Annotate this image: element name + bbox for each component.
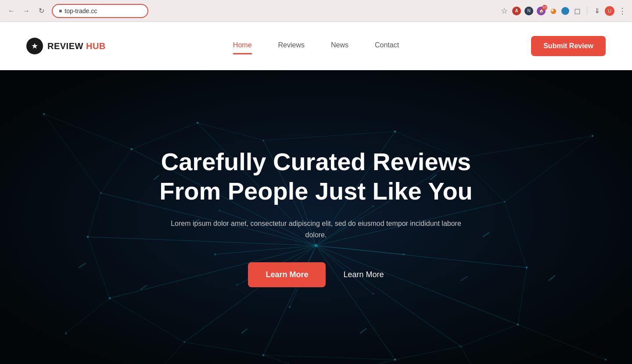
svg-point-42 — [394, 131, 396, 132]
address-bar[interactable]: ■ top-trade.cc — [52, 4, 148, 18]
browser-toolbar: ☆ A N 🏠 10 ◕ ◻ ⇓ U ⋮ — [500, 6, 627, 16]
svg-point-41 — [263, 140, 264, 141]
extension-icon-6[interactable]: ◻ — [573, 7, 582, 15]
svg-point-72 — [65, 332, 67, 334]
learn-more-secondary-button[interactable]: Learn More — [343, 270, 384, 279]
nav-news[interactable]: News — [331, 41, 348, 51]
svg-point-70 — [605, 359, 607, 360]
nav-links: Home Reviews News Contact — [233, 41, 399, 51]
logo-hub: HUB — [83, 41, 106, 51]
logo-icon: ★ — [26, 38, 43, 54]
logo-review: REVIEW — [47, 41, 83, 51]
hero-content: Carefully Curated Reviews From People Ju… — [72, 147, 560, 288]
download-icon[interactable]: ⇓ — [592, 7, 601, 15]
nav-home[interactable]: Home — [233, 41, 252, 51]
address-bar-icon: ■ — [59, 8, 62, 14]
hero-section: Carefully Curated Reviews From People Ju… — [0, 70, 632, 364]
extension-icon-3[interactable]: 🏠 10 — [537, 7, 546, 15]
hero-title-line2: From People Just Like You — [159, 177, 473, 205]
address-bar-url: top-trade.cc — [65, 7, 97, 14]
svg-point-68 — [592, 135, 593, 137]
logo-text: REVIEW HUB — [47, 41, 106, 51]
extension-icon-5[interactable] — [561, 7, 569, 15]
logo[interactable]: ★ REVIEW HUB — [26, 38, 106, 54]
reload-button[interactable]: ↻ — [35, 5, 47, 17]
back-button[interactable]: ← — [5, 5, 18, 17]
svg-point-60 — [289, 306, 291, 308]
svg-point-59 — [373, 293, 374, 295]
extension-icon-1[interactable]: A — [512, 7, 521, 15]
navbar: ★ REVIEW HUB Home Reviews News Contact S… — [0, 22, 632, 70]
nav-buttons: ← → ↻ — [5, 5, 47, 17]
svg-point-40 — [197, 122, 198, 124]
forward-button[interactable]: → — [20, 5, 32, 17]
hero-title-line1: Carefully Curated Reviews — [161, 148, 471, 175]
submit-review-button[interactable]: Submit Review — [531, 36, 606, 56]
hero-title: Carefully Curated Reviews From People Ju… — [159, 147, 473, 206]
menu-icon[interactable]: ⋮ — [618, 7, 627, 15]
hero-subtitle: Lorem ipsum dolor amet, consectetur adip… — [167, 218, 465, 240]
separator — [587, 7, 587, 15]
learn-more-primary-button[interactable]: Learn More — [248, 262, 326, 287]
svg-point-65 — [43, 113, 45, 115]
extension-icon-4[interactable]: ◕ — [549, 7, 558, 15]
browser-chrome: ← → ↻ ■ top-trade.cc ☆ A N 🏠 10 ◕ ◻ ⇓ U … — [0, 0, 632, 22]
nav-contact[interactable]: Contact — [375, 41, 399, 51]
profile-icon[interactable]: U — [605, 6, 614, 16]
extension-icon-2[interactable]: N — [524, 7, 533, 15]
nav-reviews[interactable]: Reviews — [278, 41, 305, 51]
star-icon[interactable]: ☆ — [500, 7, 509, 15]
hero-buttons: Learn More Learn More — [159, 262, 473, 287]
website: ★ REVIEW HUB Home Reviews News Contact S… — [0, 22, 632, 364]
